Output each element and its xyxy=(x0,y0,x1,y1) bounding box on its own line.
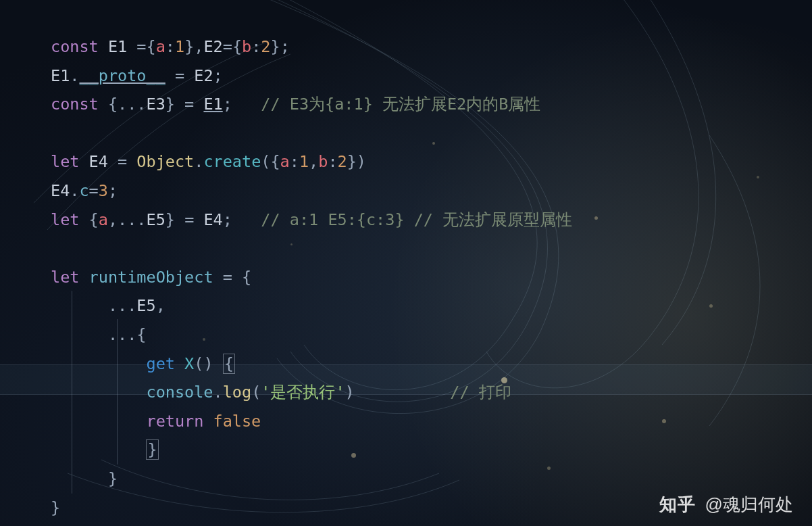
code-line: ...E5, xyxy=(51,296,166,315)
code-line: let {a,...E5} = E4; // a:1 E5:{c:3} // 无… xyxy=(51,210,572,229)
code-line: get X() { xyxy=(51,354,235,374)
watermark-handle: @魂归何处 xyxy=(705,493,793,517)
variable-E1: E1 xyxy=(203,95,222,114)
code-line: const {...E3} = E1; // E3为{a:1} 无法扩展E2内的… xyxy=(51,95,540,114)
code-line: } xyxy=(51,498,60,517)
bracket-match-close: } xyxy=(146,439,158,460)
code-line xyxy=(51,239,60,258)
code-line: ...{ xyxy=(51,325,147,344)
code-line: return false xyxy=(51,412,261,431)
code-line: console.log('是否执行') // 打印 xyxy=(51,383,511,402)
code-line xyxy=(51,124,60,143)
watermark: 知乎 @魂归何处 xyxy=(659,493,793,517)
code-editor-content[interactable]: const E1 ={a:1},E2={b:2}; E1.__proto__ =… xyxy=(51,32,798,522)
code-line: E4.c=3; xyxy=(51,181,118,200)
code-line: let E4 = Object.create({a:1,b:2}) xyxy=(51,152,366,171)
zhihu-logo-icon: 知乎 xyxy=(659,493,696,517)
code-line: E1.__proto__ = E2; xyxy=(51,66,223,85)
code-line: } xyxy=(51,439,159,460)
code-line: let runtimeObject = { xyxy=(51,268,251,287)
code-line: const E1 ={a:1},E2={b:2}; xyxy=(51,37,290,56)
bracket-match-open: { xyxy=(223,354,235,374)
code-line: } xyxy=(51,469,118,488)
